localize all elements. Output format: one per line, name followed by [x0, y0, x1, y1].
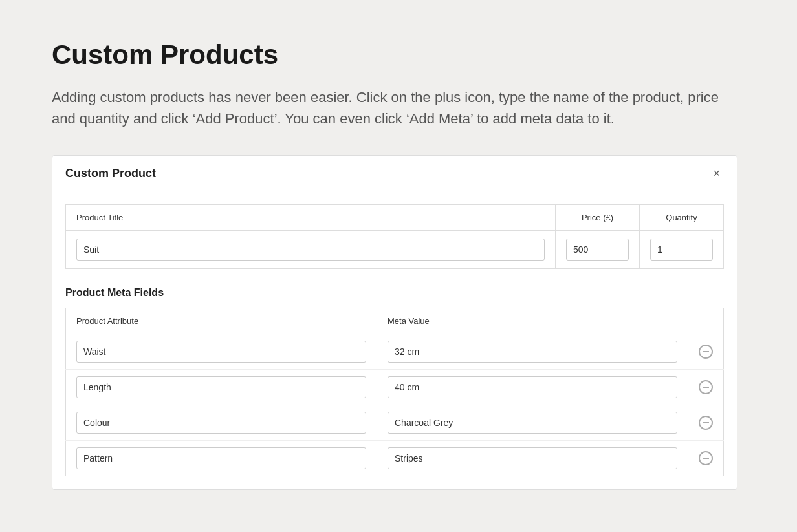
product-title-input[interactable] [76, 239, 545, 261]
meta-row [66, 405, 724, 441]
page-title: Custom Products [52, 39, 745, 71]
minus-circle-icon-3 [699, 451, 713, 465]
action-col-header [688, 308, 724, 334]
custom-product-modal: Custom Product × Product Title Price (£)… [52, 155, 737, 490]
quantity-header: Quantity [640, 205, 724, 231]
product-price-input[interactable] [566, 239, 629, 261]
meta-row [66, 441, 724, 476]
quantity-cell [640, 231, 724, 269]
meta-row [66, 334, 724, 370]
meta-fields-table: Product Attribute Meta Value [65, 308, 724, 476]
meta-attribute-cell-1 [66, 370, 377, 405]
meta-fields-section: Product Meta Fields Product Attribute Me… [65, 287, 724, 476]
meta-value-input-1[interactable] [388, 376, 677, 398]
meta-value-cell-2 [377, 405, 688, 441]
remove-meta-row-button-0[interactable] [699, 345, 713, 359]
meta-action-cell-3 [688, 441, 724, 476]
remove-meta-row-button-3[interactable] [699, 451, 713, 465]
modal-close-button[interactable]: × [709, 166, 724, 180]
meta-action-cell-1 [688, 370, 724, 405]
product-quantity-input[interactable] [650, 239, 713, 261]
meta-attribute-input-0[interactable] [76, 341, 366, 363]
meta-action-cell-0 [688, 334, 724, 370]
meta-value-input-3[interactable] [388, 447, 677, 469]
modal-header: Custom Product × [52, 156, 737, 191]
meta-value-input-0[interactable] [388, 341, 677, 363]
meta-value-cell-0 [377, 334, 688, 370]
remove-meta-row-button-1[interactable] [699, 380, 713, 394]
modal-title: Custom Product [65, 167, 156, 180]
meta-attribute-input-2[interactable] [76, 412, 366, 434]
minus-circle-icon-2 [699, 416, 713, 430]
page-description: Adding custom products has never been ea… [52, 87, 745, 129]
meta-attribute-input-1[interactable] [76, 376, 366, 398]
meta-value-cell-1 [377, 370, 688, 405]
meta-section-title: Product Meta Fields [65, 287, 724, 299]
meta-attribute-input-3[interactable] [76, 447, 366, 469]
product-row [66, 231, 724, 269]
minus-circle-icon-1 [699, 380, 713, 394]
meta-value-col-header: Meta Value [377, 308, 688, 334]
meta-value-cell-3 [377, 441, 688, 476]
price-header: Price (£) [556, 205, 640, 231]
product-fields-table: Product Title Price (£) Quantity [65, 204, 724, 269]
modal-body: Product Title Price (£) Quantity [52, 191, 737, 489]
product-title-cell [66, 231, 556, 269]
minus-circle-icon-0 [699, 345, 713, 359]
remove-meta-row-button-2[interactable] [699, 416, 713, 430]
meta-value-input-2[interactable] [388, 412, 677, 434]
price-cell [556, 231, 640, 269]
attribute-col-header: Product Attribute [66, 308, 377, 334]
meta-attribute-cell-3 [66, 441, 377, 476]
meta-row [66, 370, 724, 405]
meta-action-cell-2 [688, 405, 724, 441]
meta-attribute-cell-2 [66, 405, 377, 441]
meta-attribute-cell-0 [66, 334, 377, 370]
product-title-header: Product Title [66, 205, 556, 231]
